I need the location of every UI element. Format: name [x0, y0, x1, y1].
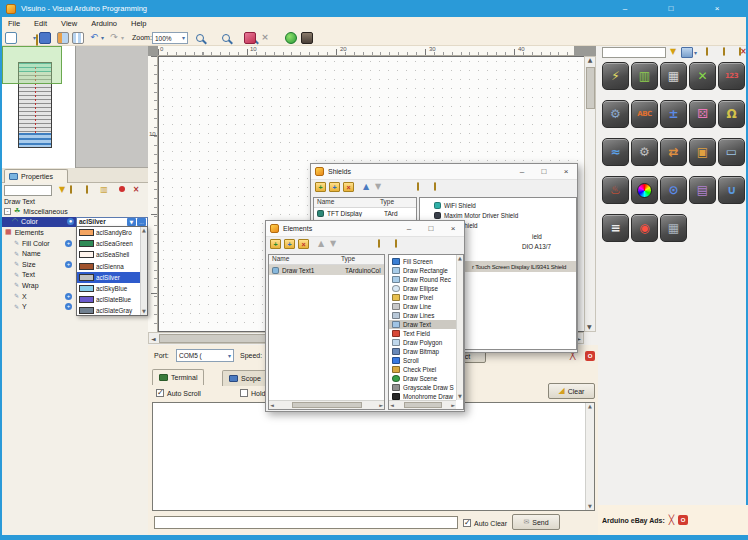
column-type[interactable]: Type	[341, 255, 355, 264]
tree-group-miscellaneous[interactable]: - ☘ Miscellaneous	[2, 206, 148, 217]
terminal-output[interactable]: ▲ ▼	[152, 402, 595, 511]
expand-all-icon[interactable]	[723, 47, 725, 56]
scrollbar-thumb[interactable]	[404, 402, 442, 408]
insert-element-icon[interactable]: +	[284, 239, 295, 249]
collapse-all-icon[interactable]	[395, 239, 397, 248]
toolbox-icon-network[interactable]: ✕	[689, 62, 716, 90]
expand-pin-icon[interactable]: +	[65, 240, 72, 247]
expand-all-icon[interactable]	[417, 182, 419, 191]
toolbox-icon-power-control[interactable]: ◉	[631, 214, 658, 242]
hold-checkbox[interactable]: Hold	[240, 389, 265, 397]
elements-close-button[interactable]: ×	[442, 224, 464, 233]
instances-icon[interactable]	[681, 47, 693, 58]
zoom-out-icon[interactable]	[222, 34, 230, 42]
new-project-icon[interactable]	[5, 32, 17, 44]
clear-filter-icon[interactable]: ×	[130, 184, 142, 196]
expand-categories-icon[interactable]	[70, 185, 72, 194]
toolbox-icon-random-generators[interactable]: ⚄	[689, 100, 716, 128]
instances-dropdown-icon[interactable]: ▾	[694, 50, 697, 56]
toggle-panels-icon[interactable]	[57, 32, 69, 44]
toolbox-icon-water-flow[interactable]: ∪	[718, 176, 745, 204]
column-name[interactable]: Name	[269, 255, 341, 264]
toolbox-icon-breadboard[interactable]: ▥	[631, 62, 658, 90]
elements-minimize-button[interactable]: –	[398, 224, 420, 233]
color-option-sienna[interactable]: aclSienna	[77, 261, 147, 272]
element-type-draw-line[interactable]: Draw Line	[389, 302, 456, 311]
element-type-draw-rectangle[interactable]: Draw Rectangle	[389, 266, 456, 275]
zoom-in-icon[interactable]	[196, 34, 204, 42]
scroll-down-icon[interactable]: ▼	[142, 309, 146, 314]
element-type-grayscale-draw[interactable]: Grayscale Draw S	[389, 383, 456, 392]
toolbox-icon-mesh-network[interactable]: ▦	[660, 214, 687, 242]
element-types-vscrollbar[interactable]: ▲ ▼	[456, 255, 463, 400]
move-up-icon[interactable]: ▲	[316, 239, 326, 249]
column-name[interactable]: Name	[314, 198, 380, 207]
color-option-silver[interactable]: aclSilver	[77, 272, 147, 283]
color-dropdown-scrollbar[interactable]: ▲ ▼	[140, 227, 147, 315]
toggle-grid-icon[interactable]	[72, 32, 84, 44]
insert-shield-icon[interactable]: +	[329, 182, 340, 192]
add-shield-icon[interactable]: +	[315, 182, 326, 192]
element-type-draw-bitmap[interactable]: Draw Bitmap	[389, 347, 456, 356]
expand-pin-icon[interactable]: +	[65, 293, 72, 300]
toolbox-icon-logic-gears[interactable]: ⚙	[631, 138, 658, 166]
move-down-icon[interactable]: ▼	[373, 182, 383, 192]
send-button[interactable]: ✉ Send	[512, 514, 560, 530]
menu-view[interactable]: View	[61, 19, 77, 28]
minimize-button[interactable]: –	[608, 0, 642, 17]
menu-arduino[interactable]: Arduino	[91, 19, 117, 28]
scroll-left-icon[interactable]: ◄	[270, 403, 274, 408]
scroll-up-icon[interactable]: ▲	[142, 228, 146, 233]
scroll-right-icon[interactable]: ►	[451, 403, 455, 408]
toolbox-icon-digits[interactable]: 123	[718, 62, 745, 90]
toolbox-icon-date-time[interactable]: ⊙	[660, 176, 687, 204]
redo-dropdown-icon[interactable]: ▾	[119, 32, 126, 44]
toolbox-icon-analog-filters[interactable]: ≈	[602, 138, 629, 166]
scrollbar-thumb[interactable]	[586, 67, 595, 109]
scroll-down-icon[interactable]: ▼	[588, 504, 592, 509]
ads-settings-icon[interactable]: ╳	[669, 516, 674, 525]
undo-dropdown-icon[interactable]: ▾	[99, 32, 106, 44]
element-type-draw-lines[interactable]: Draw Lines	[389, 311, 456, 320]
menu-help[interactable]: Help	[131, 19, 146, 28]
properties-filter-input[interactable]	[4, 185, 52, 196]
element-type-draw-round-rect[interactable]: Draw Round Rec	[389, 275, 456, 284]
columns-icon[interactable]: ▥	[98, 184, 110, 196]
add-element-icon[interactable]: +	[270, 239, 281, 249]
scroll-up-icon[interactable]: ▲	[588, 57, 593, 63]
elements-list-hscrollbar[interactable]: ◄ ►	[269, 400, 384, 409]
ads-power-icon[interactable]: O	[678, 515, 688, 525]
color-option-seashell[interactable]: aclSeaShell	[77, 249, 147, 260]
color-option-skyblue[interactable]: aclSkyBlue	[77, 283, 147, 294]
auto-scroll-checkbox[interactable]: Auto Scroll	[156, 389, 201, 397]
scroll-down-icon[interactable]: ▼	[587, 324, 592, 330]
color-option-sandybrown[interactable]: aclSandyBro	[77, 227, 147, 238]
element-row-draw-text1[interactable]: Draw Text1 TArduinoCol	[269, 265, 384, 275]
format-icon[interactable]	[244, 32, 256, 44]
open-dropdown-icon[interactable]: ▾	[31, 32, 38, 44]
toolbox-icon-motor[interactable]: ⚙	[602, 100, 629, 128]
move-down-icon[interactable]: ▼	[328, 239, 338, 249]
toolbox-filter-icon[interactable]: ▼	[670, 48, 676, 56]
menu-edit[interactable]: Edit	[34, 19, 47, 28]
expand-pin-icon[interactable]: +	[65, 261, 72, 268]
scroll-up-icon[interactable]: ▲	[458, 256, 462, 261]
color-option-slategray[interactable]: aclSlateGray	[77, 305, 147, 316]
scrollbar-thumb[interactable]	[292, 402, 362, 408]
element-types-hscrollbar[interactable]: ◄ ►	[389, 400, 456, 409]
collapse-categories-icon[interactable]	[86, 185, 88, 194]
close-button[interactable]: ×	[700, 0, 734, 17]
toolbox-icon-converters[interactable]: ⇄	[660, 138, 687, 166]
toolbox-icon-displays[interactable]: ▭	[718, 138, 745, 166]
tab-terminal[interactable]: Terminal	[152, 369, 204, 385]
port-combobox[interactable]: COM5 (▾	[176, 349, 234, 362]
elements-list-header[interactable]: Name Type	[269, 255, 384, 265]
element-type-draw-pixel[interactable]: Draw Pixel	[389, 293, 456, 302]
maximize-button[interactable]: □	[654, 0, 688, 17]
pin-icon[interactable]	[116, 184, 128, 196]
shields-minimize-button[interactable]: –	[511, 167, 533, 176]
checkbox-checked-icon[interactable]	[463, 519, 471, 527]
delete-shield-icon[interactable]: ×	[343, 182, 354, 192]
shield-row-tft-display[interactable]: TFT Display TArd	[314, 208, 416, 218]
toolbox-icon-heat-fire[interactable]: ♨	[602, 176, 629, 204]
